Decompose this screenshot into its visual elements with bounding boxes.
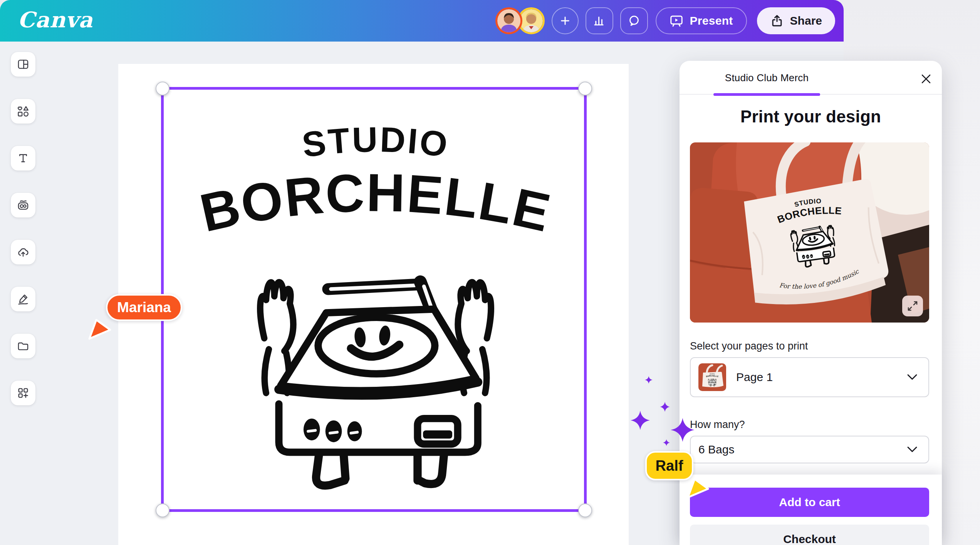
- collaborator-cursor-label-mariana: Mariana: [106, 294, 182, 321]
- pencil-draw-icon: [17, 293, 30, 306]
- sidebar-item-text[interactable]: [11, 146, 35, 171]
- share-label: Share: [790, 14, 822, 27]
- selection-handle-top-right[interactable]: [578, 82, 592, 95]
- panel-footer: Add to cart Checkout: [680, 475, 942, 545]
- close-panel-button[interactable]: [920, 73, 932, 85]
- elements-icon: [17, 105, 30, 118]
- collaborator-cursor-label-ralf: Ralf: [645, 451, 693, 480]
- design-icon: [17, 58, 30, 71]
- page-thumbnail: [698, 363, 726, 391]
- page-select-dropdown[interactable]: Page 1: [690, 357, 929, 397]
- collaborator-cursor-pointer-ralf: [686, 476, 710, 501]
- sidebar-item-apps[interactable]: [11, 381, 35, 405]
- selection-handle-top-left[interactable]: [156, 82, 169, 95]
- apps-icon: [17, 386, 30, 400]
- tote-bag-mockup: “For the love of good music”: [690, 142, 929, 323]
- comments-button[interactable]: [620, 7, 648, 34]
- bar-chart-icon: [593, 14, 606, 27]
- tab-studio-club-merch[interactable]: Studio Club Merch: [713, 61, 820, 95]
- expand-preview-button[interactable]: [902, 296, 923, 316]
- top-bar: Canva Present Share: [0, 0, 844, 42]
- sidebar-item-design[interactable]: [11, 52, 35, 77]
- sidebar-item-projects[interactable]: [11, 334, 35, 358]
- add-collaborator-button[interactable]: [552, 7, 579, 34]
- close-icon: [920, 73, 932, 85]
- sidebar-item-brand[interactable]: [11, 193, 35, 217]
- cloud-upload-icon: [17, 246, 30, 259]
- canva-logo[interactable]: Canva: [18, 7, 93, 32]
- selection-handle-bottom-left[interactable]: [156, 503, 169, 517]
- product-preview-image: “For the love of good music”: [690, 142, 929, 323]
- sparkle-icon: [663, 439, 670, 446]
- active-tab-underline: [713, 93, 820, 96]
- sidebar-item-elements[interactable]: [11, 99, 35, 124]
- quantity-dropdown[interactable]: 6 Bags: [690, 436, 929, 463]
- folder-icon: [17, 339, 30, 353]
- share-icon: [770, 14, 784, 28]
- panel-tab-title: Studio Club Merch: [725, 72, 809, 84]
- sidebar-item-uploads[interactable]: [11, 240, 35, 264]
- checkout-button[interactable]: Checkout: [690, 525, 929, 545]
- plus-icon: [559, 15, 571, 27]
- comment-bubble-icon: [628, 14, 641, 27]
- add-to-cart-button[interactable]: Add to cart: [690, 488, 929, 517]
- page-select-value: Page 1: [736, 371, 773, 384]
- print-panel: Studio Club Merch Print your design: [680, 61, 942, 545]
- chevron-down-icon: [906, 373, 918, 381]
- select-pages-label: Select your pages to print: [690, 340, 808, 352]
- panel-header: Studio Club Merch: [680, 61, 942, 95]
- cursor-name: Ralf: [656, 458, 683, 474]
- text-icon: [17, 152, 30, 165]
- panel-heading: Print your design: [680, 107, 942, 126]
- quantity-label: How many?: [690, 419, 745, 431]
- cursor-name: Mariana: [117, 299, 171, 316]
- present-button[interactable]: Present: [656, 7, 747, 34]
- present-icon: [670, 14, 683, 28]
- selection-box: [161, 87, 587, 512]
- expand-icon: [907, 300, 918, 312]
- sparkle-icon: [645, 376, 653, 384]
- topbar-actions: Present Share: [495, 7, 835, 34]
- sparkle-icon: [671, 418, 695, 442]
- collaborator-cursor-pointer-mariana: [87, 318, 112, 342]
- share-button[interactable]: Share: [757, 7, 835, 34]
- sparkle-icon: [631, 411, 650, 430]
- sparkle-icon: [660, 402, 670, 412]
- present-label: Present: [690, 14, 733, 27]
- selection-handle-bottom-right[interactable]: [578, 503, 592, 517]
- brand-kit-icon: [17, 199, 30, 212]
- canva-merch-screenshot: { "app": { "logo_text": "Canva" }, "topb…: [0, 0, 980, 545]
- chevron-down-icon: [906, 446, 918, 453]
- sidebar-item-draw[interactable]: [11, 287, 35, 311]
- insights-button[interactable]: [586, 7, 613, 34]
- collaborator-avatar-1[interactable]: [495, 7, 522, 34]
- quantity-value: 6 Bags: [698, 443, 734, 456]
